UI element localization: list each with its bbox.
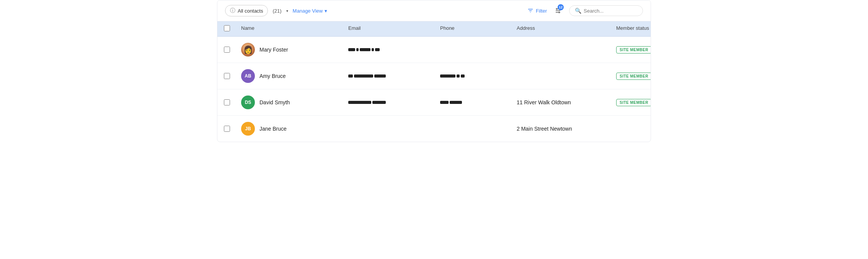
member-status-cell: SITE MEMBER <box>612 73 651 80</box>
blurred-email <box>348 48 431 51</box>
avatar: AB <box>241 69 255 83</box>
contacts-panel: ⓘ All contacts (21) ▾ Manage View ▾ Filt… <box>217 0 651 142</box>
row-checkbox-cell <box>217 73 237 79</box>
contact-name: Mary Foster <box>259 47 288 53</box>
filter-icon <box>527 8 534 14</box>
select-all-checkbox[interactable] <box>224 25 230 31</box>
filter-button[interactable]: Filter <box>527 8 547 14</box>
phone-cell <box>436 74 512 78</box>
avatar-initials: JB <box>245 126 251 131</box>
contact-name: David Smyth <box>259 99 290 105</box>
table-row: AB Amy Bruce SITE MEMBER <box>217 63 651 89</box>
row-checkbox[interactable] <box>224 73 230 79</box>
blurred-email <box>348 101 431 104</box>
row-checkbox[interactable] <box>224 99 230 105</box>
columns-button[interactable]: 12 <box>551 6 565 16</box>
member-badge: SITE MEMBER <box>616 46 651 53</box>
address-cell: 11 River Walk Oldtown <box>512 99 612 105</box>
header-address: Address <box>512 25 612 32</box>
search-input[interactable] <box>584 8 637 14</box>
contacts-count: (21) <box>272 8 281 14</box>
avatar: JB <box>241 122 255 136</box>
address-cell: 2 Main Street Newtown <box>512 126 612 132</box>
chevron-down-icon: ▾ <box>286 9 288 13</box>
columns-badge: 12 <box>558 4 564 10</box>
avatar-initials: AB <box>245 73 251 79</box>
contact-name: Amy Bruce <box>259 73 286 79</box>
member-badge: SITE MEMBER <box>616 99 651 106</box>
info-icon: ⓘ <box>230 7 235 14</box>
all-contacts-button[interactable]: ⓘ All contacts <box>225 5 268 16</box>
avatar-photo: 👩 <box>241 43 255 57</box>
search-icon: 🔍 <box>575 8 581 14</box>
name-cell: DS David Smyth <box>237 96 344 109</box>
member-status-cell: SITE MEMBER <box>612 46 651 53</box>
all-contacts-label: All contacts <box>238 8 263 14</box>
member-status-cell: SITE MEMBER <box>612 99 651 106</box>
manage-view-button[interactable]: Manage View ▾ <box>293 8 328 14</box>
phone-cell <box>436 101 512 104</box>
header-member-status: Member status <box>612 25 651 32</box>
manage-view-label: Manage View <box>293 8 323 14</box>
header-phone: Phone <box>436 25 512 32</box>
blurred-phone <box>440 101 507 104</box>
avatar: 👩 <box>241 43 255 57</box>
header-email: Email <box>344 25 436 32</box>
blurred-phone <box>440 74 507 78</box>
toolbar: ⓘ All contacts (21) ▾ Manage View ▾ Filt… <box>217 0 651 21</box>
name-cell: AB Amy Bruce <box>237 69 344 83</box>
name-cell: 👩 Mary Foster <box>237 43 344 57</box>
table-header: Name Email Phone Address Member status <box>217 21 651 37</box>
member-badge: SITE MEMBER <box>616 73 651 80</box>
header-checkbox-col <box>217 25 237 32</box>
table-row: 👩 Mary Foster SITE MEMBER <box>217 37 651 63</box>
row-checkbox[interactable] <box>224 126 230 132</box>
row-checkbox-cell <box>217 99 237 105</box>
table-row: DS David Smyth 11 River Walk Oldtown SIT… <box>217 89 651 116</box>
blurred-email <box>348 74 431 78</box>
email-cell <box>344 74 436 78</box>
row-checkbox-cell <box>217 47 237 53</box>
filter-label: Filter <box>536 8 547 14</box>
row-checkbox[interactable] <box>224 47 230 53</box>
header-name: Name <box>237 25 344 32</box>
email-cell <box>344 101 436 104</box>
email-cell <box>344 48 436 51</box>
table-row: JB Jane Bruce 2 Main Street Newtown <box>217 116 651 142</box>
name-cell: JB Jane Bruce <box>237 122 344 136</box>
row-checkbox-cell <box>217 126 237 132</box>
contact-name: Jane Bruce <box>259 126 287 132</box>
avatar: DS <box>241 96 255 109</box>
avatar-initials: DS <box>245 100 251 105</box>
manage-view-chevron-icon: ▾ <box>325 8 327 14</box>
search-box: 🔍 <box>569 5 643 16</box>
